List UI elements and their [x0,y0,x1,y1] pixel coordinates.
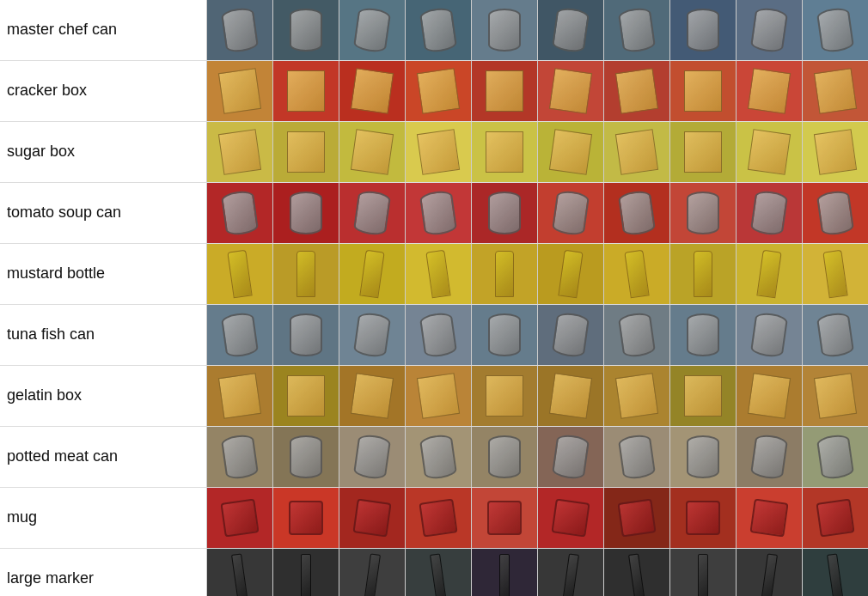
row-label-8: mug [0,505,206,531]
grid-row-8: mug [0,488,868,549]
row-label-9: large marker [0,566,206,592]
img-inner-8-0 [207,488,272,548]
img-inner-3-3 [406,183,471,243]
row-label-2: sugar box [0,139,206,165]
img-inner-0-0 [207,0,272,60]
img-cell-4-1 [272,244,339,304]
img-cell-0-5 [537,0,603,60]
shape-2-0 [218,129,261,175]
img-inner-6-1 [273,366,339,426]
img-inner-5-6 [604,305,669,365]
img-inner-0-9 [803,0,868,60]
grid-row-7: potted meat can [0,427,868,488]
img-inner-8-4 [472,488,537,548]
img-inner-3-2 [339,183,405,243]
img-inner-5-9 [803,305,868,365]
shape-5-6 [618,312,657,359]
img-cell-3-2 [339,183,405,243]
img-inner-2-0 [207,122,272,182]
img-cell-1-9 [802,61,868,121]
shape-2-7 [684,131,722,173]
img-inner-5-4 [472,305,537,365]
shape-9-9 [827,553,844,596]
img-cell-7-9 [802,427,868,487]
img-inner-7-8 [737,427,802,487]
shape-6-1 [287,375,325,417]
img-inner-2-8 [737,122,802,182]
img-cell-4-2 [339,244,405,304]
img-inner-1-2 [339,61,405,121]
shape-5-5 [552,312,590,359]
img-inner-9-1 [273,549,339,596]
img-inner-6-0 [207,366,272,426]
img-cell-2-6 [603,122,669,182]
shape-3-1 [290,192,322,234]
img-inner-6-4 [472,366,537,426]
img-inner-5-5 [538,305,603,365]
img-inner-3-0 [207,183,272,243]
img-cell-3-6 [603,183,669,243]
img-inner-9-5 [538,549,603,596]
img-cell-6-7 [669,366,736,426]
shape-7-3 [419,434,458,481]
img-inner-0-8 [737,0,802,60]
shape-4-3 [425,250,450,299]
shape-1-8 [748,68,791,114]
img-inner-8-8 [737,488,802,548]
img-inner-8-2 [339,488,405,548]
shape-9-2 [364,553,381,596]
img-cell-1-6 [603,61,669,121]
shape-6-5 [549,373,592,419]
shape-9-3 [430,553,447,596]
shape-0-0 [221,7,260,54]
img-inner-7-2 [339,427,405,487]
img-inner-1-7 [670,61,736,121]
img-inner-8-7 [670,488,736,548]
img-cell-5-6 [603,305,669,365]
img-inner-4-3 [406,244,471,304]
shape-8-6 [617,498,656,537]
shape-5-8 [750,312,789,359]
img-inner-5-0 [207,305,272,365]
img-cell-4-9 [802,244,868,304]
row-label-5: tuna fish can [0,322,206,348]
img-cell-2-8 [736,122,802,182]
img-inner-2-5 [538,122,603,182]
shape-0-8 [750,7,789,54]
img-cell-0-1 [272,0,339,60]
img-cell-5-7 [669,305,736,365]
row-label-7: potted meat can [0,444,206,470]
shape-2-2 [351,129,394,175]
shape-3-8 [750,190,789,237]
img-cell-7-6 [603,427,669,487]
grid-row-1: cracker box [0,61,868,122]
row-images-7 [206,427,868,487]
shape-6-9 [814,373,857,419]
row-images-8 [206,488,868,548]
img-inner-7-0 [207,427,272,487]
shape-9-5 [562,553,579,596]
img-cell-9-5 [537,549,603,596]
row-images-9 [206,549,868,596]
shape-2-6 [615,129,658,175]
img-inner-2-6 [604,122,669,182]
img-inner-0-5 [538,0,603,60]
img-cell-5-2 [339,305,405,365]
shape-7-2 [353,434,392,481]
row-images-2 [206,122,868,182]
img-inner-7-4 [472,427,537,487]
row-images-1 [206,61,868,121]
shape-3-7 [687,192,719,234]
shape-4-1 [296,251,315,297]
img-cell-6-6 [603,366,669,426]
img-inner-1-5 [538,61,603,121]
img-inner-3-7 [670,183,736,243]
img-inner-9-2 [339,549,405,596]
img-cell-6-8 [736,366,802,426]
row-images-0 [206,0,868,60]
img-cell-2-3 [405,122,471,182]
shape-9-1 [301,554,311,596]
img-cell-8-6 [603,488,669,548]
shape-1-7 [684,70,722,112]
shape-9-0 [231,553,248,596]
